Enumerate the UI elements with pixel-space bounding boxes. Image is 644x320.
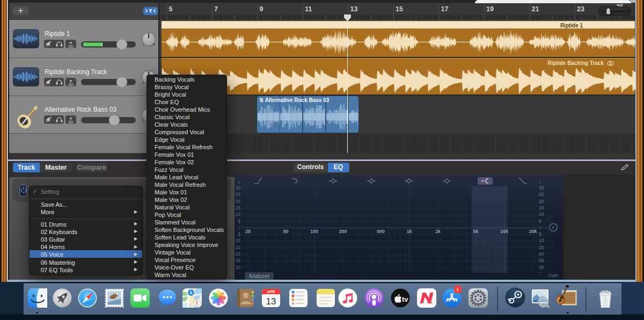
svg-text:15: 15 [396,5,403,13]
svg-text:-: - [539,270,540,275]
svg-text:13: 13 [350,5,358,13]
svg-text:23: 23 [577,5,584,13]
svg-text:20: 20 [539,251,544,257]
svg-text:5: 5 [539,231,541,237]
svg-text:5k: 5k [473,229,479,234]
svg-text:20: 20 [236,199,241,204]
svg-text:19: 19 [486,5,494,13]
svg-text:10: 10 [236,238,241,243]
svg-text:200: 200 [339,229,347,234]
svg-text:9: 9 [260,5,264,13]
svg-text:15: 15 [236,205,241,210]
svg-text:1k: 1k [407,229,413,234]
svg-text:0: 0 [539,225,541,230]
svg-text:21: 21 [532,5,539,13]
svg-text:APR: APR [267,290,275,294]
svg-text:-: - [239,270,240,275]
svg-text:10: 10 [236,212,241,217]
svg-text:13: 13 [266,296,276,307]
svg-text:20: 20 [236,251,241,257]
svg-text:7: 7 [214,5,218,13]
svg-text:17: 17 [441,5,449,13]
svg-text:1: 1 [456,286,459,292]
svg-text:R: R [153,43,156,46]
svg-text:11: 11 [305,5,312,13]
svg-text:100: 100 [310,229,318,234]
svg-text:tv: tv [402,295,408,303]
svg-text:+: + [539,180,541,185]
svg-text:20k: 20k [529,229,537,234]
svg-text:10: 10 [539,212,544,217]
svg-text:2k: 2k [435,229,441,234]
svg-text:5: 5 [539,219,541,224]
svg-text:5: 5 [169,5,173,13]
svg-text:20: 20 [245,229,251,234]
svg-text:5: 5 [238,219,240,224]
svg-text:25: 25 [539,258,544,263]
svg-text:15: 15 [539,245,544,250]
svg-text:25: 25 [236,258,241,263]
svg-text:20: 20 [539,199,544,204]
svg-text:Gain: Gain [548,273,558,278]
svg-text:30: 30 [539,185,544,191]
svg-text:25: 25 [539,192,544,197]
svg-text:15: 15 [236,245,241,250]
svg-text:10k: 10k [500,229,509,234]
svg-text:30: 30 [236,185,241,191]
svg-text:25: 25 [236,192,241,197]
svg-text:50: 50 [283,229,288,234]
svg-text:10: 10 [539,238,544,243]
svg-text:500: 500 [377,229,385,234]
svg-text:0: 0 [238,225,240,230]
svg-text:15: 15 [539,205,544,210]
svg-text:5: 5 [238,231,240,237]
svg-text:+: + [238,180,240,185]
